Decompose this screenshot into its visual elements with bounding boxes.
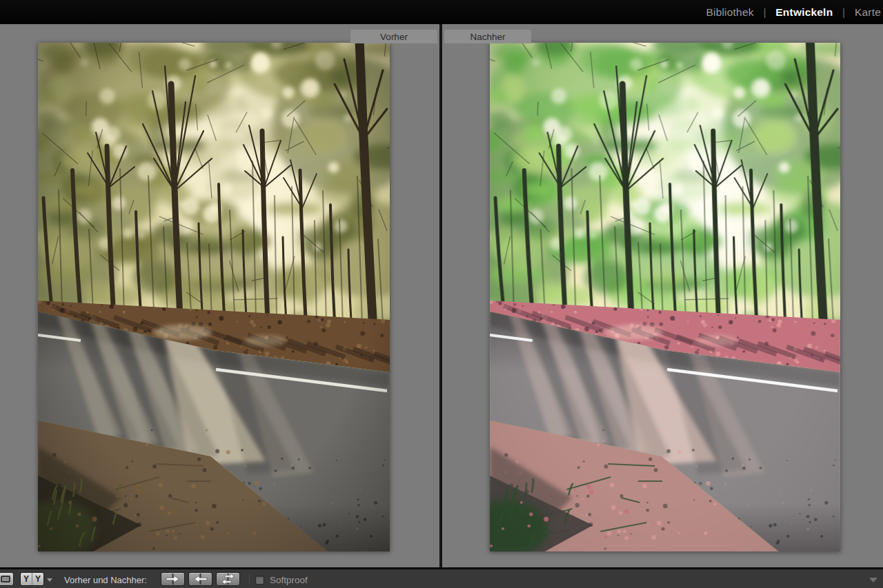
toolbar-separator: [249, 574, 250, 585]
loupe-view-icon: [1, 576, 10, 582]
after-pane-tab: Nachher: [444, 30, 531, 43]
before-pane-tab: Vorher: [350, 30, 437, 43]
arrow-right-icon: [161, 573, 184, 585]
module-separator: |: [842, 7, 845, 18]
before-after-y-icon: Y: [21, 573, 32, 585]
module-separator: |: [764, 7, 766, 18]
after-pane-tab-label: Nachher: [470, 32, 505, 42]
pane-divider: [439, 24, 442, 567]
module-item-map[interactable]: Karte: [855, 6, 881, 19]
arrow-left-icon: [189, 573, 212, 585]
view-mode-dropdown-icon[interactable]: [47, 578, 52, 582]
copy-before-to-after-button[interactable]: [161, 572, 185, 586]
softproof-label: Softproof: [270, 569, 308, 588]
before-after-view-button[interactable]: Y Y: [20, 572, 44, 586]
view-mode-label: Vorher und Nachher:: [64, 569, 147, 588]
before-pane-tab-label: Vorher: [380, 32, 408, 42]
module-item-library[interactable]: Bibliothek: [706, 6, 753, 19]
before-photo[interactable]: [38, 43, 390, 551]
after-photo[interactable]: [490, 43, 840, 551]
toolbar: Y Y Vorher und Nachher: Softproof: [0, 567, 883, 588]
softproof-checkbox[interactable]: [255, 576, 264, 585]
module-item-develop[interactable]: Entwickeln: [775, 6, 833, 19]
module-picker: Bibliothek | Entwickeln | Karte: [0, 0, 883, 24]
toolbar-options-icon[interactable]: [869, 578, 877, 582]
loupe-view-button[interactable]: [0, 572, 14, 586]
swap-before-after-button[interactable]: [216, 572, 240, 586]
before-after-y-icon: Y: [32, 573, 43, 585]
swap-arrows-icon: [217, 573, 239, 585]
copy-after-to-before-button[interactable]: [188, 572, 212, 586]
